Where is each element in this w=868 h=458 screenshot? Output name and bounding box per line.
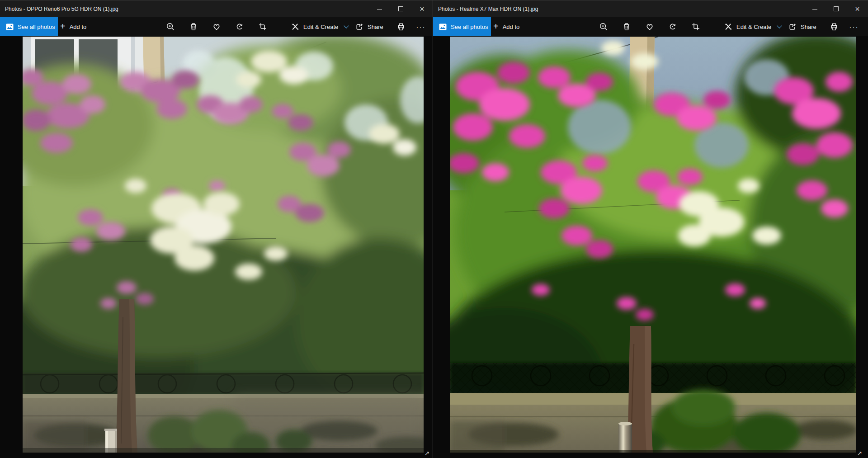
edit-create-button[interactable]: Edit & Create (291, 17, 348, 36)
share-icon (354, 22, 364, 31)
command-bar: See all photos + Add to Edit & Create Sh (0, 17, 433, 36)
caption-buttons: × (804, 0, 868, 17)
zoom-button[interactable] (594, 17, 613, 36)
close-icon: × (420, 5, 425, 13)
close-button[interactable]: × (847, 0, 868, 17)
delete-button[interactable] (618, 17, 636, 36)
favorite-button[interactable] (208, 17, 226, 36)
share-button[interactable]: Share (788, 17, 816, 36)
add-to-label: Add to (503, 24, 520, 30)
crop-icon (258, 22, 267, 31)
photo-canvas: ↗ (433, 36, 868, 458)
ellipsis-icon: ··· (416, 23, 426, 31)
see-all-photos-icon (6, 24, 14, 30)
see-all-photos-label: See all photos (451, 24, 488, 30)
see-all-photos-label: See all photos (18, 24, 55, 30)
chevron-down-icon (777, 23, 782, 28)
see-all-photos-button[interactable]: See all photos (0, 17, 58, 36)
close-button[interactable]: × (411, 0, 433, 17)
crop-button[interactable] (687, 17, 705, 36)
zoom-magnifier-icon (166, 22, 175, 31)
share-icon (788, 22, 797, 31)
share-label: Share (801, 24, 816, 30)
command-bar: See all photos + Add to Edit & Create Sh (433, 17, 868, 36)
plus-icon: + (493, 22, 499, 31)
rotate-icon (235, 22, 244, 31)
share-button[interactable]: Share (354, 17, 383, 36)
photo-canvas: ↗ (0, 36, 433, 458)
edit-create-button[interactable]: Edit & Create (724, 17, 781, 36)
share-label: Share (368, 24, 383, 30)
photo-oppo-reno6[interactable] (23, 37, 424, 453)
minimize-icon (812, 9, 817, 9)
favorite-button[interactable] (641, 17, 659, 36)
window-title: Photos - OPPO Reno6 Pro 5G HDR ON (1).jp… (5, 6, 118, 12)
photo-realme-x7max[interactable] (450, 37, 856, 453)
titlebar[interactable]: Photos - Realme X7 Max HDR ON (1).jpg × (433, 0, 868, 17)
edit-create-icon (724, 22, 733, 31)
see-all-photos-button[interactable]: See all photos (433, 17, 491, 36)
rotate-button[interactable] (231, 17, 249, 36)
trash-icon (622, 22, 631, 31)
rotate-button[interactable] (664, 17, 682, 36)
crop-icon (691, 22, 700, 31)
printer-icon (396, 22, 406, 31)
titlebar[interactable]: Photos - OPPO Reno6 Pro 5G HDR ON (1).jp… (0, 0, 433, 17)
minimize-icon (377, 9, 382, 9)
see-all-photos-icon (439, 24, 447, 30)
edit-create-label: Edit & Create (303, 24, 338, 30)
close-icon: × (855, 5, 860, 13)
more-button[interactable]: ··· (845, 17, 863, 36)
photos-window-left: Photos - OPPO Reno6 Pro 5G HDR ON (1).jp… (0, 0, 433, 458)
expand-arrow-icon[interactable]: ↗ (425, 450, 429, 457)
trash-icon (189, 22, 198, 31)
photos-window-right: Photos - Realme X7 Max HDR ON (1).jpg × … (433, 0, 868, 458)
plus-icon: + (60, 22, 66, 31)
caption-buttons: × (369, 0, 433, 17)
maximize-button[interactable] (390, 0, 411, 17)
more-button[interactable]: ··· (412, 17, 430, 36)
crop-button[interactable] (254, 17, 272, 36)
minimize-button[interactable] (804, 0, 826, 17)
print-button[interactable] (825, 17, 843, 36)
maximize-icon (834, 6, 839, 11)
add-to-label: Add to (70, 24, 87, 30)
heart-icon (645, 22, 654, 31)
window-title: Photos - Realme X7 Max HDR ON (1).jpg (438, 6, 538, 12)
edit-create-icon (291, 22, 300, 31)
ellipsis-icon: ··· (849, 23, 859, 31)
maximize-icon (398, 6, 403, 11)
chevron-down-icon (344, 23, 349, 28)
printer-icon (830, 22, 839, 31)
delete-button[interactable] (184, 17, 203, 36)
add-to-button[interactable]: + Add to (60, 17, 86, 36)
add-to-button[interactable]: + Add to (493, 17, 519, 36)
zoom-button[interactable] (161, 17, 179, 36)
heart-icon (212, 22, 221, 31)
print-button[interactable] (392, 17, 410, 36)
expand-arrow-icon[interactable]: ↗ (857, 450, 862, 457)
maximize-button[interactable] (826, 0, 847, 17)
zoom-magnifier-icon (599, 22, 608, 31)
edit-create-label: Edit & Create (736, 24, 771, 30)
rotate-icon (668, 22, 677, 31)
minimize-button[interactable] (369, 0, 390, 17)
